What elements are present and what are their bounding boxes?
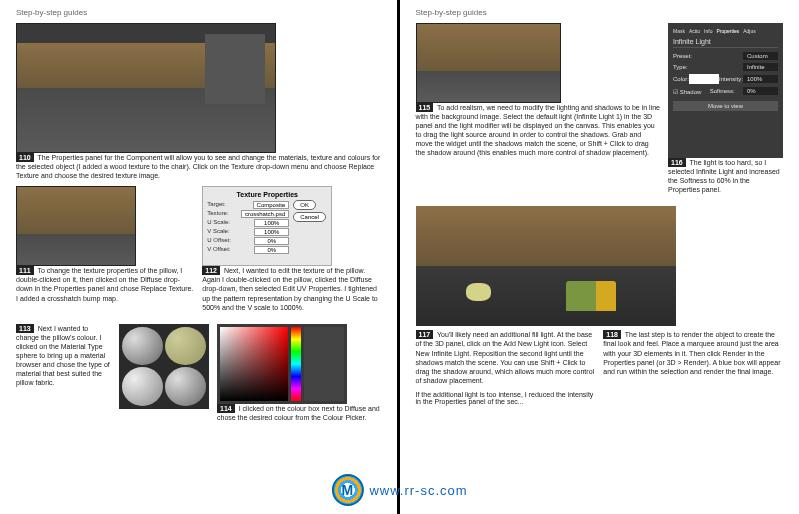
tex-target-dropdown[interactable]: Composite (253, 201, 290, 209)
step-11-text: To change the texture properties of the … (16, 267, 193, 301)
tex-uscale-field[interactable]: 100% (254, 219, 289, 227)
col-13-text: 113 Next I wanted to change the pillow's… (16, 324, 111, 428)
col-15: 115 To add realism, we need to modify th… (416, 23, 661, 200)
step-14-text: I clicked on the colour box next to Diff… (217, 405, 380, 421)
tex-vscale-label: V Scale: (207, 228, 229, 236)
softness-label: Softness: (710, 88, 735, 94)
step-num-10: 110 (16, 153, 34, 162)
preset-label: Preset: (673, 53, 692, 59)
step-num-12: 112 (202, 266, 220, 275)
material-sphere[interactable] (165, 367, 206, 406)
col-11: 111 To change the texture properties of … (16, 186, 194, 317)
color-label: Color: (673, 76, 689, 82)
tex-voffset-label: V Offset: (207, 246, 230, 254)
tex-panel-title: Texture Properties (207, 191, 327, 198)
step-11: 111 To change the texture properties of … (16, 266, 194, 302)
row-15-16: 115 To add realism, we need to modify th… (416, 23, 784, 200)
type-dropdown[interactable]: Infinite (743, 63, 778, 71)
tex-uoffset-field[interactable]: 0% (254, 237, 289, 245)
chair-object (566, 281, 616, 311)
step-num-18: 118 (603, 330, 621, 339)
row-17-18: 117 You'll likely need an additional fil… (416, 330, 784, 405)
step-12: 112 Next, I wanted to edit the texture o… (202, 266, 380, 311)
screenshot-step-10 (16, 23, 276, 153)
tab-adjustments[interactable]: Adjus (743, 28, 756, 34)
col-17: 117 You'll likely need an additional fil… (416, 330, 596, 405)
tex-uoffset-label: U Offset: (207, 237, 231, 245)
props-title: Infinite Light (673, 38, 778, 48)
shadow-checkbox-label[interactable]: ☑ Shadow (673, 88, 701, 95)
step-17: 117 You'll likely need an additional fil… (416, 330, 596, 385)
tex-ok-button[interactable]: OK (293, 200, 316, 210)
intensity-label: Intensity: (719, 76, 743, 82)
step-num-14: 114 (217, 404, 235, 413)
step-15-text: To add realism, we need to modify the li… (416, 104, 660, 156)
step-14: 114 I clicked on the colour box next to … (217, 404, 381, 422)
step-num-15: 115 (416, 103, 434, 112)
step-num-11: 111 (16, 266, 34, 275)
watermark-badge: M (331, 474, 363, 506)
color-fields[interactable] (304, 327, 344, 401)
texture-properties-panel: Texture Properties Target:Composite Text… (202, 186, 332, 266)
page-spread: Step-by-step guides 110 The Properties p… (0, 0, 799, 514)
tex-voffset-field[interactable]: 0% (254, 246, 289, 254)
tex-texture-dropdown[interactable]: crosshatch.psd (241, 210, 289, 218)
watermark-url: www.rr-sc.com (369, 483, 467, 498)
step-13: 113 Next I wanted to change the pillow's… (16, 324, 111, 388)
material-browser (119, 324, 209, 409)
tab-actions[interactable]: Actio (689, 28, 700, 34)
row-11-12: 111 To change the texture properties of … (16, 186, 381, 317)
tex-vscale-field[interactable]: 100% (254, 228, 289, 236)
step-18-text: The last step is to render the object to… (603, 331, 780, 374)
color-picker (217, 324, 347, 404)
col-16: Mask Actio Info Properties Adjus Infinit… (668, 23, 783, 200)
material-sphere[interactable] (122, 327, 163, 366)
render-screenshot (416, 206, 676, 326)
page-header: Step-by-step guides (16, 8, 381, 17)
tex-uscale-label: U Scale: (207, 219, 230, 227)
tab-properties[interactable]: Properties (716, 28, 739, 34)
tex-target-label: Target: (207, 201, 225, 209)
type-label: Type: (673, 64, 688, 70)
step-13-text: Next I wanted to change the pillow's col… (16, 325, 110, 387)
row-13-14: 113 Next I wanted to change the pillow's… (16, 324, 381, 428)
step-12-text: Next, I wanted to edit the texture of th… (202, 267, 378, 310)
tab-mask[interactable]: Mask (673, 28, 685, 34)
material-sphere[interactable] (122, 367, 163, 406)
softness-field[interactable]: 0% (743, 87, 778, 95)
step-num-16: 116 (668, 158, 686, 167)
tex-texture-label: Texture: (207, 210, 228, 218)
tex-cancel-button[interactable]: Cancel (293, 212, 326, 222)
step-10: 110 The Properties panel for the Compone… (16, 153, 381, 180)
page-header-right: Step-by-step guides (416, 8, 784, 17)
right-page: Step-by-step guides 115 To add realism, … (400, 0, 800, 514)
screenshot-step-11 (16, 186, 136, 266)
hue-slider[interactable] (291, 327, 301, 401)
material-sphere[interactable] (165, 327, 206, 366)
cut-text-left: If the additional light is too intense, … (416, 391, 596, 405)
step-18: 118 The last step is to render the objec… (603, 330, 783, 375)
step-num-13: 113 (16, 324, 34, 333)
left-page: Step-by-step guides 110 The Properties p… (0, 0, 400, 514)
step-num-17: 117 (416, 330, 434, 339)
properties-panel: Mask Actio Info Properties Adjus Infinit… (668, 23, 783, 158)
step-15: 115 To add realism, we need to modify th… (416, 103, 661, 158)
step-16: 116 The light is too hard, so I selected… (668, 158, 783, 194)
col-12: Texture Properties Target:Composite Text… (202, 186, 380, 317)
step-10-text: The Properties panel for the Component w… (16, 154, 380, 179)
panel-tabs: Mask Actio Info Properties Adjus (673, 28, 778, 34)
tab-info[interactable]: Info (704, 28, 712, 34)
color-swatch[interactable] (689, 74, 719, 84)
step-17-text: You'll likely need an additional fill li… (416, 331, 595, 383)
preset-dropdown[interactable]: Custom (743, 52, 778, 60)
col-18: 118 The last step is to render the objec… (603, 330, 783, 405)
watermark: M www.rr-sc.com (331, 474, 467, 506)
screenshot-step-15 (416, 23, 561, 103)
color-gradient[interactable] (220, 327, 288, 401)
pillow-object (466, 283, 491, 301)
intensity-field[interactable]: 100% (743, 75, 778, 83)
col-14: 114 I clicked on the colour box next to … (217, 324, 381, 428)
move-to-view-button[interactable]: Move to view (673, 101, 778, 111)
